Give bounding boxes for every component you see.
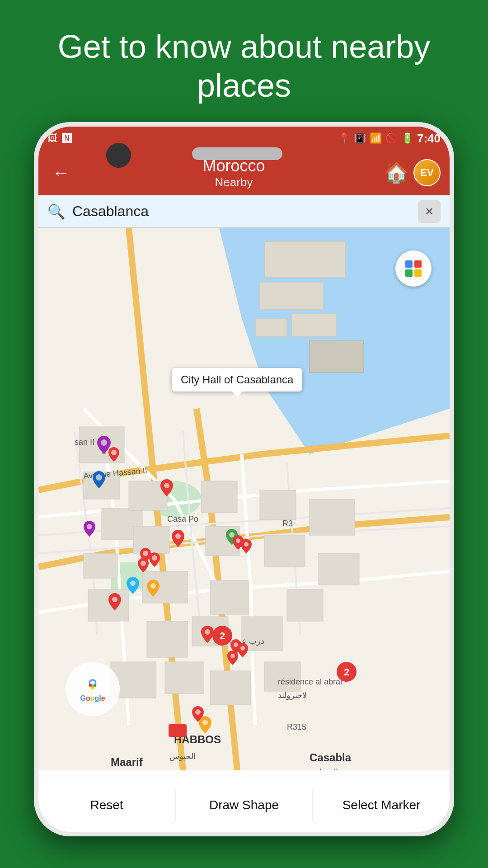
svg-rect-16 bbox=[147, 621, 188, 657]
svg-text:résidence al abrar: résidence al abrar bbox=[278, 677, 343, 686]
clear-button[interactable]: ✕ bbox=[418, 200, 441, 223]
svg-point-59 bbox=[205, 629, 210, 635]
status-right-icons: 📍 📳 📶 🚫 🔋 7:40 bbox=[338, 132, 441, 146]
svg-rect-4 bbox=[310, 341, 364, 373]
search-icon: 🔍 bbox=[47, 203, 66, 220]
svg-rect-23 bbox=[319, 553, 359, 585]
svg-text:R315: R315 bbox=[287, 722, 306, 731]
svg-point-51 bbox=[87, 524, 92, 529]
home-button[interactable]: 🏠 bbox=[384, 161, 409, 184]
top-title: Get to know about nearby places bbox=[0, 27, 488, 105]
svg-point-68 bbox=[202, 720, 208, 725]
grid-dot-yellow bbox=[414, 269, 422, 277]
grid-dot-blue bbox=[405, 260, 413, 268]
svg-rect-1 bbox=[264, 241, 346, 278]
svg-rect-45 bbox=[169, 724, 187, 737]
app-bar-icons: 🏠 EV bbox=[384, 159, 441, 186]
select-marker-label: Select Marker bbox=[343, 798, 421, 812]
n-icon: 🅽 bbox=[62, 132, 72, 144]
svg-point-76 bbox=[91, 686, 94, 689]
svg-point-50 bbox=[164, 483, 169, 488]
phone-inner: 🖼 🅽 📍 📳 📶 🚫 🔋 7:40 ← Morocco Nearby 🏠 EV bbox=[38, 127, 450, 832]
svg-rect-12 bbox=[88, 590, 129, 621]
svg-point-67 bbox=[230, 654, 235, 658]
phone-frame: 🖼 🅽 📍 📳 📶 🚫 🔋 7:40 ← Morocco Nearby 🏠 EV bbox=[34, 122, 454, 836]
svg-point-75 bbox=[94, 684, 97, 687]
svg-point-61 bbox=[236, 538, 240, 543]
svg-point-66 bbox=[240, 646, 245, 651]
grid-dots bbox=[405, 260, 422, 277]
svg-point-54 bbox=[141, 561, 146, 566]
svg-point-71 bbox=[195, 709, 201, 715]
svg-text:البيضاء ر: البيضاء ر bbox=[309, 768, 338, 770]
city-hall-tooltip: City Hall of Casablanca bbox=[172, 368, 302, 392]
svg-rect-22 bbox=[310, 499, 355, 535]
svg-rect-29 bbox=[210, 671, 251, 705]
svg-rect-5 bbox=[255, 318, 287, 336]
svg-point-58 bbox=[175, 533, 181, 539]
svg-point-47 bbox=[101, 439, 107, 446]
svg-text:2: 2 bbox=[220, 630, 225, 642]
no-signal-icon: 🚫 bbox=[385, 132, 398, 144]
svg-text:2: 2 bbox=[344, 666, 349, 678]
svg-text:Casa Po: Casa Po bbox=[167, 514, 198, 524]
draw-shape-label: Draw Shape bbox=[209, 798, 279, 812]
svg-text:san II: san II bbox=[75, 438, 94, 447]
svg-rect-30 bbox=[264, 662, 300, 691]
google-logo-svg bbox=[84, 675, 102, 693]
svg-rect-17 bbox=[201, 481, 237, 513]
location-icon: 📍 bbox=[338, 132, 350, 144]
svg-point-57 bbox=[112, 597, 117, 602]
svg-rect-26 bbox=[287, 590, 323, 621]
svg-point-49 bbox=[96, 474, 102, 481]
bottom-toolbar: Reset Draw Shape Select Marker bbox=[38, 778, 450, 832]
wifi-icon: 📶 bbox=[370, 132, 382, 144]
grid-dot-green bbox=[405, 269, 413, 277]
svg-text:الحبوس: الحبوس bbox=[169, 752, 196, 761]
status-bar: 🖼 🅽 📍 📳 📶 🚫 🔋 7:40 bbox=[38, 127, 450, 150]
svg-rect-14 bbox=[133, 526, 169, 553]
reset-button[interactable]: Reset bbox=[38, 798, 175, 812]
svg-point-60 bbox=[229, 532, 235, 538]
status-time: 7:40 bbox=[417, 132, 441, 146]
camera bbox=[106, 143, 131, 168]
grid-button[interactable] bbox=[395, 250, 432, 287]
back-button[interactable]: ← bbox=[47, 158, 75, 188]
svg-rect-19 bbox=[210, 580, 249, 614]
grid-dot-red bbox=[414, 260, 422, 268]
svg-point-65 bbox=[234, 642, 238, 647]
status-left-icons: 🖼 🅽 bbox=[47, 132, 72, 144]
svg-text:R3: R3 bbox=[282, 519, 293, 528]
svg-text:Maarif: Maarif bbox=[111, 756, 143, 768]
svg-rect-3 bbox=[291, 314, 337, 336]
svg-rect-28 bbox=[165, 662, 203, 693]
svg-rect-2 bbox=[260, 282, 323, 309]
photo-icon: 🖼 bbox=[47, 132, 57, 144]
svg-text:لاجيرولند: لاجيرولند bbox=[278, 691, 307, 700]
reset-label: Reset bbox=[90, 798, 123, 812]
svg-rect-11 bbox=[84, 553, 117, 578]
svg-rect-20 bbox=[260, 490, 296, 519]
search-input[interactable] bbox=[72, 203, 411, 220]
ev-badge-button[interactable]: EV bbox=[413, 159, 441, 186]
svg-rect-21 bbox=[264, 535, 305, 567]
svg-point-74 bbox=[89, 684, 92, 687]
draw-shape-button[interactable]: Draw Shape bbox=[176, 798, 312, 812]
vibrate-icon: 📳 bbox=[354, 132, 366, 144]
speaker bbox=[192, 147, 282, 160]
select-marker-button[interactable]: Select Marker bbox=[313, 798, 450, 812]
svg-point-52 bbox=[143, 551, 148, 556]
search-bar: 🔍 ✕ bbox=[38, 195, 450, 228]
svg-text:Casabla: Casabla bbox=[310, 751, 352, 764]
svg-point-55 bbox=[130, 580, 136, 586]
svg-point-62 bbox=[244, 542, 249, 547]
app-subtitle: Nearby bbox=[215, 175, 253, 189]
battery-icon: 🔋 bbox=[401, 132, 413, 144]
map-area[interactable]: Avenue Hassan II درب عمر لاجيرولند résid… bbox=[38, 228, 450, 770]
svg-point-56 bbox=[150, 583, 156, 589]
svg-point-53 bbox=[152, 555, 157, 561]
google-logo: Google bbox=[66, 662, 120, 716]
svg-point-48 bbox=[111, 450, 117, 455]
